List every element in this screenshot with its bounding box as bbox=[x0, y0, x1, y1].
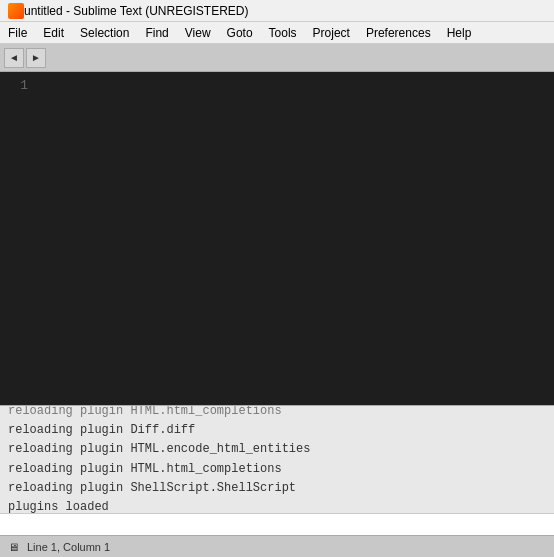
console-output: reloading plugin HTML.html_completionsre… bbox=[0, 406, 554, 513]
console-input-row bbox=[0, 513, 554, 535]
cursor-position: Line 1, Column 1 bbox=[27, 541, 110, 553]
menu-bar: FileEditSelectionFindViewGotoToolsProjec… bbox=[0, 22, 554, 44]
line-numbers: 1 bbox=[0, 72, 36, 405]
editor-area: 1 reloading plugin HTML.html_completions… bbox=[0, 72, 554, 535]
code-content[interactable] bbox=[36, 72, 554, 405]
menu-item-help[interactable]: Help bbox=[439, 24, 480, 42]
status-bar: 🖥 Line 1, Column 1 bbox=[0, 535, 554, 557]
menu-item-preferences[interactable]: Preferences bbox=[358, 24, 439, 42]
menu-item-selection[interactable]: Selection bbox=[72, 24, 137, 42]
console-input[interactable] bbox=[4, 518, 550, 532]
menu-item-tools[interactable]: Tools bbox=[261, 24, 305, 42]
toolbar: ◄ ► bbox=[0, 44, 554, 72]
console-line: plugins loaded bbox=[8, 498, 546, 513]
console-line: reloading plugin Diff.diff bbox=[8, 421, 546, 440]
window-title: untitled - Sublime Text (UNREGISTERED) bbox=[24, 4, 249, 18]
console-line: reloading plugin HTML.encode_html_entiti… bbox=[8, 440, 546, 459]
forward-icon: ► bbox=[31, 52, 41, 63]
console-line: reloading plugin HTML.html_completions bbox=[8, 406, 546, 421]
menu-item-view[interactable]: View bbox=[177, 24, 219, 42]
back-icon: ◄ bbox=[9, 52, 19, 63]
console-line: reloading plugin HTML.html_completions bbox=[8, 460, 546, 479]
menu-item-edit[interactable]: Edit bbox=[35, 24, 72, 42]
menu-item-find[interactable]: Find bbox=[137, 24, 176, 42]
console-line: reloading plugin ShellScript.ShellScript bbox=[8, 479, 546, 498]
app-icon bbox=[8, 3, 24, 19]
menu-item-project[interactable]: Project bbox=[305, 24, 358, 42]
line-number: 1 bbox=[8, 76, 28, 96]
console-area: reloading plugin HTML.html_completionsre… bbox=[0, 405, 554, 535]
monitor-icon: 🖥 bbox=[8, 541, 19, 553]
code-editor[interactable]: 1 bbox=[0, 72, 554, 405]
title-bar: untitled - Sublime Text (UNREGISTERED) bbox=[0, 0, 554, 22]
menu-item-file[interactable]: File bbox=[0, 24, 35, 42]
forward-button[interactable]: ► bbox=[26, 48, 46, 68]
back-button[interactable]: ◄ bbox=[4, 48, 24, 68]
menu-item-goto[interactable]: Goto bbox=[219, 24, 261, 42]
